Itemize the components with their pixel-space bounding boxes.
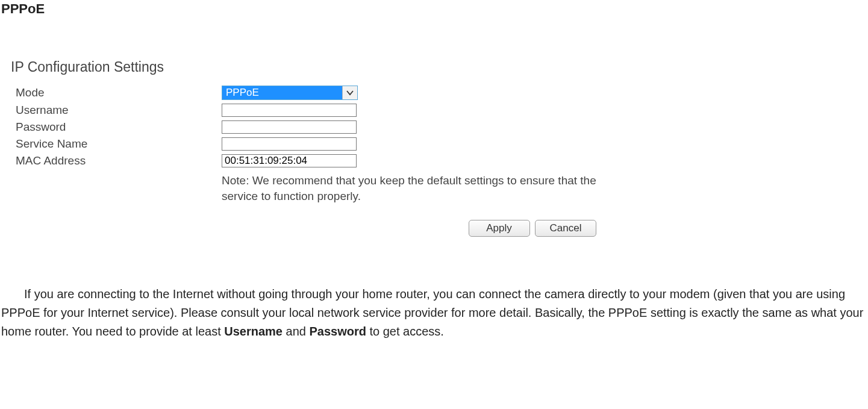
mode-label: Mode (11, 84, 222, 102)
password-label: Password (11, 119, 222, 136)
settings-form: Mode PPPoE Username Password (11, 84, 601, 205)
settings-note: Note: We recommend that you keep the def… (222, 169, 601, 205)
service-name-input[interactable] (222, 137, 357, 151)
button-row: Apply Cancel (11, 205, 596, 237)
service-name-label: Service Name (11, 136, 222, 152)
desc-bold-password: Password (309, 325, 366, 338)
mac-address-label: MAC Address (11, 152, 222, 169)
apply-button[interactable]: Apply (469, 220, 530, 237)
desc-text: to get access. (366, 325, 444, 338)
cancel-button[interactable]: Cancel (535, 220, 596, 237)
ip-config-panel: IP Configuration Settings Mode PPPoE Use… (11, 59, 613, 237)
page-heading: PPPoE (1, 1, 868, 17)
description-paragraph: If you are connecting to the Internet wi… (1, 285, 867, 341)
panel-title: IP Configuration Settings (11, 59, 613, 75)
mode-select[interactable]: PPPoE (222, 86, 358, 100)
mac-address-input[interactable] (222, 154, 357, 167)
username-label: Username (11, 102, 222, 119)
desc-bold-username: Username (224, 325, 283, 338)
password-input[interactable] (222, 120, 357, 134)
chevron-down-icon (342, 86, 357, 99)
desc-text: and (283, 325, 309, 338)
mode-select-value: PPPoE (222, 86, 342, 99)
username-input[interactable] (222, 104, 357, 117)
